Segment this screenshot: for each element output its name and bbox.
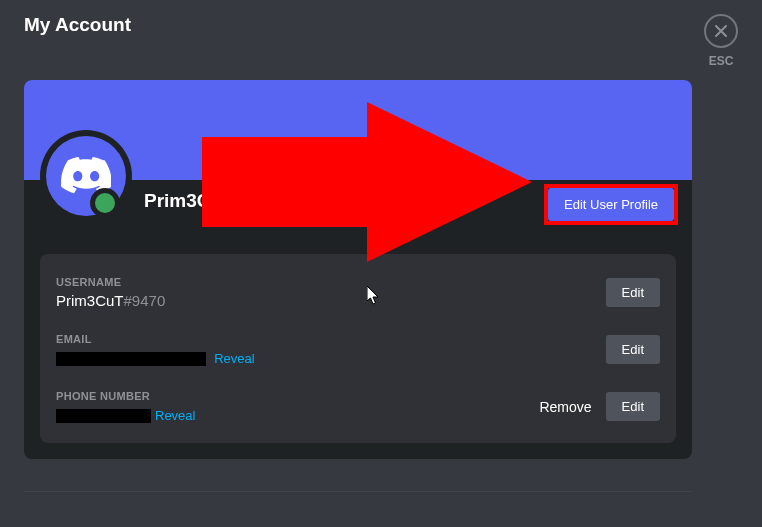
section-divider xyxy=(24,491,692,492)
edit-username-button[interactable]: Edit xyxy=(606,278,660,307)
edit-profile-highlight: Edit User Profile xyxy=(544,184,678,225)
email-label: EMAIL xyxy=(56,333,255,345)
username-value: Prim3CuT xyxy=(56,292,124,309)
account-info-panel: USERNAME Prim3CuT#9470 Edit EMAIL Reveal… xyxy=(40,254,676,443)
account-card: Prim3CuT Edit User Profile USERNAME Prim… xyxy=(24,80,692,459)
status-online-icon xyxy=(90,188,120,218)
username-row: USERNAME Prim3CuT#9470 Edit xyxy=(56,270,660,327)
close-button[interactable] xyxy=(704,14,738,48)
edit-email-button[interactable]: Edit xyxy=(606,335,660,364)
reveal-phone-link[interactable]: Reveal xyxy=(155,408,195,423)
remove-phone-link[interactable]: Remove xyxy=(539,399,591,415)
phone-redacted xyxy=(56,409,151,423)
email-row: EMAIL Reveal Edit xyxy=(56,327,660,384)
reveal-email-link[interactable]: Reveal xyxy=(214,351,254,366)
page-title: My Account xyxy=(24,14,131,36)
edit-phone-button[interactable]: Edit xyxy=(606,392,660,421)
avatar-wrapper xyxy=(40,130,132,222)
username-label: USERNAME xyxy=(56,276,165,288)
esc-label: ESC xyxy=(709,54,734,68)
edit-user-profile-button[interactable]: Edit User Profile xyxy=(548,188,674,221)
phone-label: PHONE NUMBER xyxy=(56,390,195,402)
display-name: Prim3CuT xyxy=(144,190,234,212)
email-redacted xyxy=(56,352,206,366)
phone-row: PHONE NUMBER Reveal Remove Edit xyxy=(56,384,660,427)
username-discriminator: #9470 xyxy=(124,292,166,309)
close-icon xyxy=(713,23,729,39)
